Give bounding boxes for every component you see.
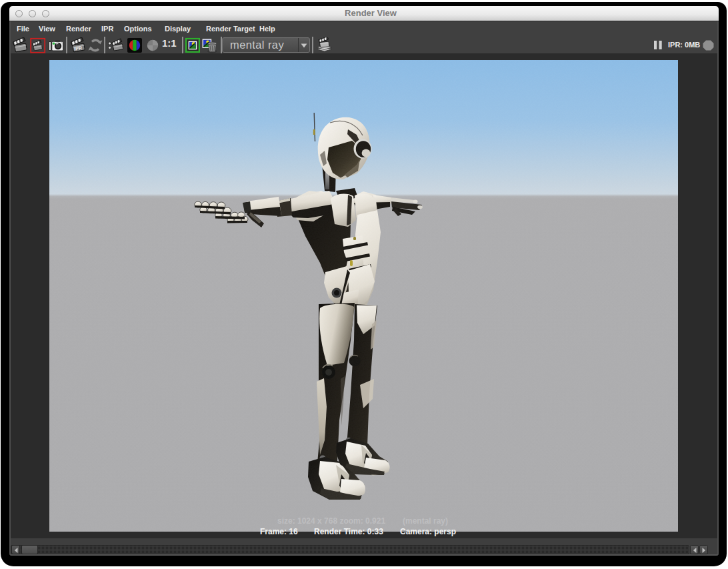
svg-text:(mental ray): (mental ray)	[403, 516, 448, 526]
svg-text:IPR: IPR	[74, 45, 83, 52]
svg-text:size: 1024 x 768 zoom: 0.921: size: 1024 x 768 zoom: 0.921	[277, 516, 385, 526]
